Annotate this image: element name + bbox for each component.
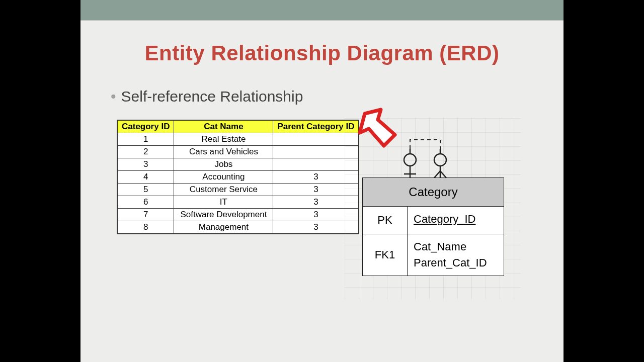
table-cell: IT	[174, 196, 273, 209]
entity-attr: Parent_Cat_ID	[414, 256, 498, 269]
table-cell: Software Development	[174, 209, 273, 221]
table-cell: 5	[117, 184, 174, 196]
table-row: 4Accounting3	[117, 171, 359, 184]
entity-pk-attr: Category_ID	[414, 213, 498, 226]
entity-fk-row: FK1 Cat_Name Parent_Cat_ID	[363, 234, 504, 276]
table-cell: Accounting	[174, 171, 273, 184]
bullet-self-reference: Self-reference Relationship	[111, 88, 303, 105]
entity-fk-label: FK1	[363, 234, 408, 276]
th-category-id: Category ID	[117, 120, 174, 133]
table-cell: Cars and Vehicles	[174, 146, 273, 158]
table-cell: 3	[117, 158, 174, 171]
table-row: 5Customer Service3	[117, 184, 359, 196]
table-row: 8Management3	[117, 221, 359, 234]
table-row: 3Jobs	[117, 158, 359, 171]
table-cell: 4	[117, 171, 174, 184]
table-row: 1Real Estate	[117, 133, 359, 146]
slide-title: Entity Relationship Diagram (ERD)	[80, 41, 564, 65]
table-row: 6IT3	[117, 196, 359, 209]
table-cell: Real Estate	[174, 133, 273, 146]
entity-title: Category	[363, 178, 504, 207]
table-cell: 7	[117, 209, 174, 221]
slide: Entity Relationship Diagram (ERD) Self-r…	[80, 0, 564, 362]
table-cell: Jobs	[174, 158, 273, 171]
entity-category: Category PK Category_ID FK1 Cat_Name Par…	[362, 177, 504, 276]
entity-pk-row: PK Category_ID	[363, 207, 504, 234]
table-cell: Customer Service	[174, 184, 273, 196]
table-cell: 2	[117, 146, 174, 158]
table-cell: Management	[174, 221, 273, 234]
entity-pk-label: PK	[363, 207, 408, 234]
top-band	[80, 0, 564, 21]
th-cat-name: Cat Name	[174, 120, 273, 133]
table-row: 7Software Development3	[117, 209, 359, 221]
erd-diagram: Category PK Category_ID FK1 Cat_Name Par…	[362, 121, 518, 276]
table-cell: 6	[117, 196, 174, 209]
category-data-table: Category ID Cat Name Parent Category ID …	[117, 120, 359, 234]
table-cell: 1	[117, 133, 174, 146]
entity-attr: Cat_Name	[414, 240, 498, 253]
table-row: 2Cars and Vehicles	[117, 146, 359, 158]
table-header-row: Category ID Cat Name Parent Category ID	[117, 120, 359, 133]
table-cell: 8	[117, 221, 174, 234]
